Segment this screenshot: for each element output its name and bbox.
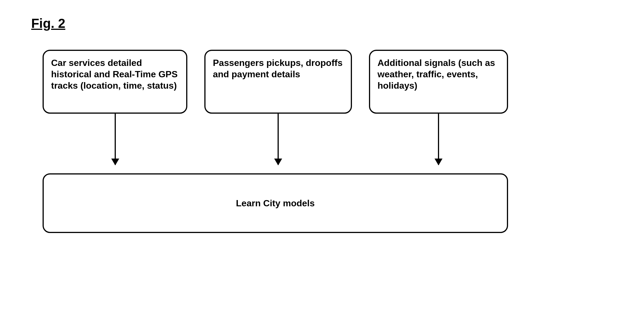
process-box-learn-city-models: Learn City models <box>43 173 508 233</box>
input-box-additional-signals: Additional signals (such as weather, tra… <box>369 50 508 114</box>
arrow-gps-to-process <box>115 114 116 165</box>
diagram-canvas: Fig. 2 Car services detailed historical … <box>0 0 644 314</box>
input-box-additional-signals-text: Additional signals (such as weather, tra… <box>377 57 500 91</box>
input-box-passengers: Passengers pickups, dropoffs and payment… <box>204 50 352 114</box>
arrow-passengers-to-process <box>278 114 279 165</box>
figure-title: Fig. 2 <box>31 16 65 31</box>
arrow-signals-to-process <box>438 114 439 165</box>
input-box-gps-tracks: Car services detailed historical and Rea… <box>43 50 187 114</box>
input-box-gps-tracks-text: Car services detailed historical and Rea… <box>51 57 179 91</box>
input-box-passengers-text: Passengers pickups, dropoffs and payment… <box>213 57 343 80</box>
process-box-text: Learn City models <box>236 197 314 209</box>
